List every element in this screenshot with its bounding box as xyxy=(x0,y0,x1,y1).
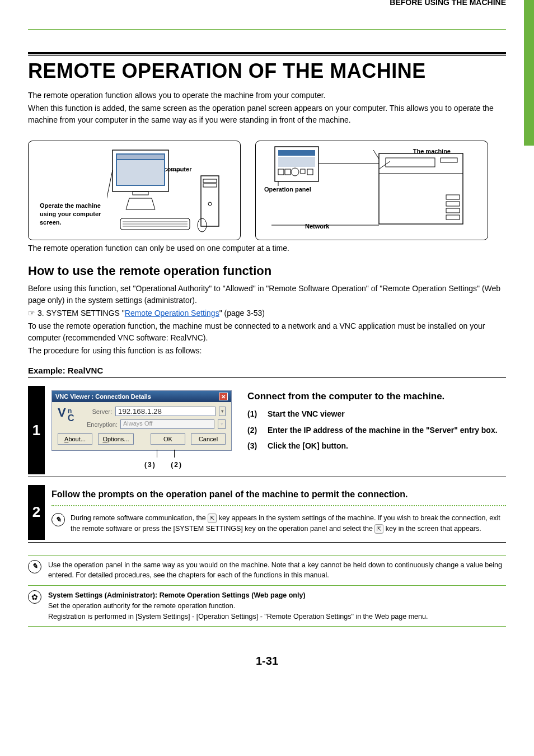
info-note-2-heading: System Settings (Administrator): Remote … xyxy=(48,591,306,599)
intro-paragraph-1: The remote operation function allows you… xyxy=(28,90,506,101)
diagram-box-computer: Your computer Operate the machine using … xyxy=(28,141,241,240)
step-2-body: During remote software communication, th… xyxy=(71,513,506,534)
vnc-logo-icon: VnC xyxy=(58,405,80,424)
svg-point-8 xyxy=(208,202,212,206)
callout-2: (2) xyxy=(171,461,182,469)
step-2-block: 2 Follow the prompts on the operation pa… xyxy=(28,485,506,540)
svg-rect-27 xyxy=(386,158,435,167)
svg-rect-20 xyxy=(285,169,291,175)
svg-rect-22 xyxy=(301,169,305,174)
substep-2-text: Enter the IP address of the machine in t… xyxy=(268,424,498,436)
server-label: Server: xyxy=(87,408,112,415)
remote-key-icon: ⇱ xyxy=(374,524,383,534)
breadcrumb: BEFORE USING THE MACHINE xyxy=(28,0,506,7)
intro-paragraph-2: When this function is added, the same sc… xyxy=(28,102,506,126)
svg-rect-31 xyxy=(446,208,460,213)
note-under-diagram: The remote operation function can only b… xyxy=(28,244,506,253)
svg-rect-32 xyxy=(446,215,460,220)
info-note-1-text: Use the operation panel in the same way … xyxy=(48,560,506,581)
subheading-how-to-use: How to use the remote operation function xyxy=(28,264,506,278)
step-1-heading: Connect from the computer to the machine… xyxy=(247,390,506,402)
vnc-dialog-title: VNC Viewer : Connection Details xyxy=(55,393,151,400)
dashed-rule xyxy=(51,505,506,506)
thin-rule-3 xyxy=(28,542,506,543)
svg-rect-18 xyxy=(278,157,315,167)
svg-rect-17 xyxy=(278,150,315,156)
ref-suffix: " (page 3-53) xyxy=(219,309,265,318)
step-1-block: 1 VNC Viewer : Connection Details ✕ VnC … xyxy=(28,386,506,474)
close-icon[interactable]: ✕ xyxy=(219,393,228,400)
page-number: 1-31 xyxy=(28,655,506,668)
svg-rect-23 xyxy=(307,169,313,175)
encryption-label: Encryption: xyxy=(87,421,117,428)
dropdown-icon[interactable]: ▾ xyxy=(219,407,226,416)
svg-rect-2 xyxy=(117,155,164,159)
info-note-2: ✿ System Settings (Administrator): Remot… xyxy=(28,586,506,627)
svg-rect-19 xyxy=(278,169,284,175)
side-accent-bar xyxy=(524,0,534,146)
step-2-heading: Follow the prompts on the operation pane… xyxy=(51,489,506,500)
encryption-select[interactable]: Always Off xyxy=(120,419,214,429)
substep-1-num: (1) xyxy=(247,408,262,420)
vnc-dialog-titlebar: VNC Viewer : Connection Details ✕ xyxy=(52,391,231,402)
about-button[interactable]: AAbout...bout... xyxy=(58,433,92,445)
svg-point-13 xyxy=(198,218,207,232)
substep-3-text: Click the [OK] button. xyxy=(268,440,348,452)
substep-2-num: (2) xyxy=(247,424,262,436)
svg-point-21 xyxy=(291,168,299,176)
svg-text:V: V xyxy=(58,405,66,419)
callout-3: (3) xyxy=(144,461,156,469)
step-1-number: 1 xyxy=(28,386,45,474)
svg-rect-29 xyxy=(446,195,460,199)
info-note-2-line-1: Set the operation authority for the remo… xyxy=(48,602,235,610)
thin-rule-1 xyxy=(28,377,506,378)
note-icon: ✎ xyxy=(51,513,65,526)
ok-button[interactable]: OK xyxy=(151,433,185,445)
dropdown-icon[interactable]: ▾ xyxy=(218,419,226,429)
diagram-box-machine: The machine Operation panel Network xyxy=(255,141,488,240)
svg-text:C: C xyxy=(68,413,74,423)
title-rule-top xyxy=(28,52,506,54)
svg-rect-6 xyxy=(203,179,217,183)
ref-prefix: ☞ 3. SYSTEM SETTINGS " xyxy=(28,309,125,318)
substep-3-num: (3) xyxy=(247,440,262,452)
computer-icon xyxy=(107,147,230,236)
title-rule-mid xyxy=(28,55,506,56)
svg-line-15 xyxy=(107,170,113,208)
options-button[interactable]: Options... xyxy=(98,433,134,445)
vnc-dialog-figure: VNC Viewer : Connection Details ✕ VnC Se… xyxy=(51,390,236,469)
body-paragraph-4: The procedure for using this function is… xyxy=(28,345,506,357)
page-title: REMOTE OPERATION OF THE MACHINE xyxy=(28,59,506,83)
svg-rect-7 xyxy=(203,184,217,187)
example-heading: Example: RealVNC xyxy=(28,366,506,375)
server-input[interactable] xyxy=(115,407,216,416)
svg-rect-26 xyxy=(379,153,463,224)
info-note-2-line-2: Registration is performed in [System Set… xyxy=(48,613,428,620)
substep-1-text: Start the VNC viewer xyxy=(268,408,345,420)
step-2-number: 2 xyxy=(28,485,45,540)
header-rule xyxy=(28,29,506,30)
svg-line-35 xyxy=(373,150,379,159)
callout-numbers: (3) (2) xyxy=(51,461,236,469)
vnc-dialog: VNC Viewer : Connection Details ✕ VnC Se… xyxy=(51,390,232,451)
info-note-1: ✎ Use the operation panel in the same wa… xyxy=(28,555,506,586)
gear-icon: ✿ xyxy=(28,590,41,604)
thin-rule-2 xyxy=(28,477,506,477)
diagram-row: Your computer Operate the machine using … xyxy=(28,141,506,240)
svg-rect-4 xyxy=(133,192,148,195)
cancel-button[interactable]: Cancel xyxy=(191,433,226,445)
svg-rect-30 xyxy=(446,202,460,206)
body-paragraph-3: To use the remote operation function, th… xyxy=(28,320,506,344)
svg-rect-3 xyxy=(117,160,164,185)
body-paragraph-2: ☞ 3. SYSTEM SETTINGS "Remote Operation S… xyxy=(28,307,506,319)
body-paragraph-1: Before using this function, set "Operati… xyxy=(28,283,506,306)
link-remote-operation-settings[interactable]: Remote Operation Settings xyxy=(125,309,219,318)
remote-key-icon: ⇱ xyxy=(208,514,217,523)
label-operate-msg: Operate the machine using your computer … xyxy=(40,202,101,227)
note-icon: ✎ xyxy=(28,560,41,573)
machine-icon xyxy=(261,144,483,236)
svg-rect-28 xyxy=(441,158,457,162)
